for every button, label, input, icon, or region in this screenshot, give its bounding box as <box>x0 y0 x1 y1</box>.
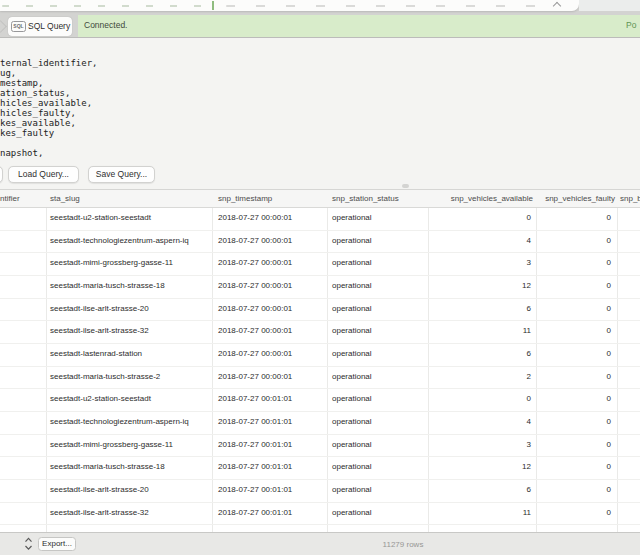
table-cell-slug: seestadt-maria-tusch-strasse-18 <box>50 281 165 290</box>
table-cell-slug: seestadt-mimi-grossberg-gasse-11 <box>50 258 173 267</box>
table-cell-status: operational <box>332 462 372 471</box>
table-cell-ts: 2018-07-27 00:00:01 <box>218 213 292 222</box>
table-cell-avail: 3 <box>527 440 531 449</box>
tab-bar: SQL SQL Query Connected. Po <box>0 15 640 38</box>
export-button[interactable]: Export... <box>38 537 76 551</box>
table-row[interactable]: seestadt-technologiezentrum-aspern-iq201… <box>0 412 640 435</box>
table-cell-slug: seestadt-ilse-arlt-strasse-32 <box>50 508 149 517</box>
table-row[interactable]: seestadt-maria-tusch-strasse-182018-07-2… <box>0 457 640 480</box>
table-cell-slug: seestadt-maria-tusch-strasse-18 <box>50 462 165 471</box>
table-cell-avail: 11 <box>523 508 531 517</box>
table-cell-avail: 6 <box>527 349 531 358</box>
resize-handle[interactable] <box>402 184 409 188</box>
sql-query-window: SQL SQL Query Connected. Po ternal_ident… <box>0 0 640 555</box>
table-cell-status: operational <box>332 326 372 335</box>
table-cell-ts: 2018-07-27 00:00:01 <box>218 349 292 358</box>
table-cell-faulty: 0 <box>607 417 611 426</box>
table-cell-status: operational <box>332 394 372 403</box>
table-cell-avail: 4 <box>527 236 531 245</box>
table-header-row: ntifier sta_slug snp_timestamp snp_stati… <box>0 190 640 208</box>
connection-info-fragment: Po <box>626 20 636 30</box>
tab-sql-query[interactable]: SQL SQL Query <box>8 17 72 36</box>
table-cell-avail: 2 <box>527 372 531 381</box>
column-header-snp-timestamp[interactable]: snp_timestamp <box>218 194 272 203</box>
table-cell-ts: 2018-07-27 00:01:01 <box>218 440 292 449</box>
table-cell-avail: 0 <box>527 213 531 222</box>
table-cell-faulty: 0 <box>607 462 611 471</box>
table-cell-ts: 2018-07-27 00:00:01 <box>218 372 292 381</box>
table-cell-ts: 2018-07-27 00:01:01 <box>218 417 292 426</box>
table-body: seestadt-u2-station-seestadt2018-07-27 0… <box>0 208 640 532</box>
table-cell-slug: seestadt-technologiezentrum-aspern-iq <box>50 236 189 245</box>
blurred-text-decoration <box>2 5 202 7</box>
table-cell-faulty: 0 <box>607 349 611 358</box>
table-row[interactable]: seestadt-u2-station-seestadt2018-07-27 0… <box>0 208 640 231</box>
table-cell-faulty: 0 <box>607 394 611 403</box>
text-cursor-mark <box>212 1 214 10</box>
table-cell-status: operational <box>332 304 372 313</box>
save-query-button[interactable]: Save Query... <box>88 166 155 183</box>
table-cell-faulty: 0 <box>607 304 611 313</box>
table-cell-slug: seestadt-mimi-grossberg-gasse-11 <box>50 440 173 449</box>
table-cell-status: operational <box>332 258 372 267</box>
table-cell-faulty: 0 <box>607 258 611 267</box>
table-cell-avail: 11 <box>523 326 531 335</box>
table-cell-slug: seestadt-ilse-arlt-strasse-20 <box>50 485 149 494</box>
load-query-button[interactable]: Load Query... <box>8 166 79 183</box>
column-header-identifier[interactable]: ntifier <box>0 194 20 203</box>
table-cell-status: operational <box>332 440 372 449</box>
table-row[interactable]: seestadt-u2-station-seestadt2018-07-27 0… <box>0 389 640 412</box>
table-cell-faulty: 0 <box>607 440 611 449</box>
table-row[interactable]: seestadt-technologiezentrum-aspern-iq201… <box>0 231 640 254</box>
table-row[interactable]: seestadt-maria-tusch-strasse-22018-07-27… <box>0 367 640 390</box>
table-cell-faulty: 0 <box>607 326 611 335</box>
table-cell-slug: seestadt-technologiezentrum-aspern-iq <box>50 417 189 426</box>
table-cell-status: operational <box>332 349 372 358</box>
table-cell-ts: 2018-07-27 00:01:01 <box>218 394 292 403</box>
connection-status-text: Connected. <box>84 20 127 30</box>
table-cell-slug: seestadt-lastenrad-station <box>50 349 142 358</box>
connection-status-bar: Connected. Po <box>78 15 640 37</box>
table-row[interactable]: seestadt-ilse-arlt-strasse-202018-07-27 … <box>0 299 640 322</box>
table-row[interactable]: seestadt-ilse-arlt-strasse-322018-07-27 … <box>0 503 640 526</box>
table-cell-status: operational <box>332 372 372 381</box>
bottom-bar: Export... 11279 rows <box>0 532 640 555</box>
column-header-snp-vehicles-available[interactable]: snp_vehicles_available <box>451 194 533 203</box>
table-cell-avail: 6 <box>527 304 531 313</box>
table-row[interactable]: seestadt-mimi-grossberg-gasse-112018-07-… <box>0 253 640 276</box>
table-row[interactable]: seestadt-ilse-arlt-strasse-202018-07-27 … <box>0 480 640 503</box>
row-stepper-icon[interactable] <box>24 537 33 551</box>
clipped-button[interactable] <box>0 166 3 183</box>
table-cell-avail: 6 <box>527 485 531 494</box>
blurred-text-decoration <box>226 5 536 7</box>
table-cell-ts: 2018-07-27 00:00:01 <box>218 304 292 313</box>
table-cell-status: operational <box>332 485 372 494</box>
table-cell-ts: 2018-07-27 00:00:01 <box>218 236 292 245</box>
table-cell-slug: seestadt-u2-station-seestadt <box>50 394 151 403</box>
table-cell-faulty: 0 <box>607 281 611 290</box>
table-row[interactable]: seestadt-mimi-grossberg-gasse-112018-07-… <box>0 435 640 458</box>
table-row[interactable]: seestadt-lastenrad-station2018-07-27 00:… <box>0 344 640 367</box>
column-header-snp-vehicles-faulty[interactable]: snp_vehicles_faulty <box>545 194 615 203</box>
table-cell-status: operational <box>332 417 372 426</box>
results-table: ntifier sta_slug snp_timestamp snp_stati… <box>0 189 640 532</box>
column-header-sta-slug[interactable]: sta_slug <box>50 194 80 203</box>
top-clipped-strip <box>0 0 640 15</box>
table-cell-faulty: 0 <box>607 508 611 517</box>
table-cell-avail: 0 <box>527 394 531 403</box>
table-cell-ts: 2018-07-27 00:00:01 <box>218 258 292 267</box>
table-cell-avail: 12 <box>522 462 531 471</box>
table-cell-faulty: 0 <box>607 236 611 245</box>
column-header-snp-station-status[interactable]: snp_station_status <box>332 194 399 203</box>
breadcrumb-chevron-icon <box>0 20 7 33</box>
table-row[interactable]: seestadt-maria-tusch-strasse-182018-07-2… <box>0 276 640 299</box>
top-right-background <box>579 0 640 11</box>
table-row[interactable]: seestadt-ilse-arlt-strasse-322018-07-27 … <box>0 321 640 344</box>
column-header-snp-b[interactable]: snp_b <box>620 194 640 203</box>
table-cell-status: operational <box>332 213 372 222</box>
table-cell-faulty: 0 <box>607 372 611 381</box>
table-cell-slug: seestadt-ilse-arlt-strasse-20 <box>50 304 149 313</box>
sql-editor[interactable]: ternal_identifier, ug, mestamp, ation_st… <box>0 58 98 158</box>
table-cell-ts: 2018-07-27 00:01:01 <box>218 508 292 517</box>
table-cell-ts: 2018-07-27 00:01:01 <box>218 462 292 471</box>
